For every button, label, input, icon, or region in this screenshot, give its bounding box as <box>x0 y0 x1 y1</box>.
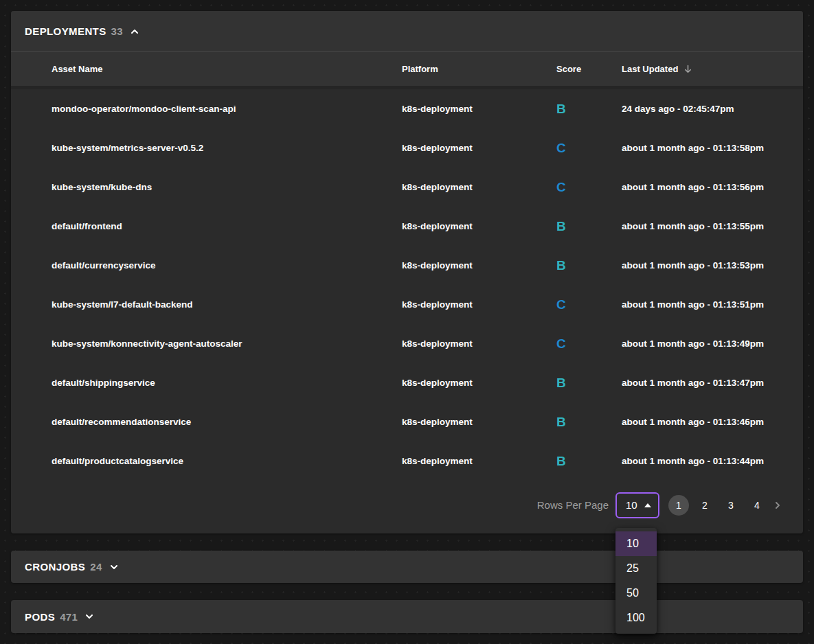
cronjobs-accordion-header[interactable]: CRONJOBS 24 <box>11 551 803 583</box>
cell-platform: k8s-deployment <box>402 378 556 388</box>
cell-asset-name: kube-system/kube-dns <box>11 182 402 192</box>
rows-per-page-option-25[interactable]: 25 <box>615 556 657 581</box>
score-grade-badge: B <box>556 415 566 429</box>
page: DEPLOYMENTS 33 Asset Name Platform Score… <box>0 0 814 644</box>
table-row[interactable]: default/recommendationservicek8s-deploym… <box>11 402 803 441</box>
column-header-asset-name[interactable]: Asset Name <box>11 64 402 74</box>
cell-score: B <box>556 102 622 117</box>
cell-platform: k8s-deployment <box>402 299 556 310</box>
rows-per-page-menu: 102550100 <box>615 528 657 634</box>
deployments-count: 33 <box>111 25 124 37</box>
table-row[interactable]: kube-system/kube-dnsk8s-deploymentCabout… <box>11 168 803 207</box>
cell-asset-name: default/shippingservice <box>11 378 402 388</box>
cell-score: B <box>556 415 622 430</box>
cell-score: B <box>556 376 622 391</box>
rows-per-page-value: 10 <box>626 499 637 511</box>
cell-score: B <box>556 454 622 469</box>
table-body: mondoo-operator/mondoo-client-scan-apik8… <box>11 89 803 481</box>
pods-accordion-header[interactable]: PODS 471 <box>11 600 803 633</box>
cell-last-updated: about 1 month ago - 01:13:44pm <box>622 456 803 466</box>
table-row[interactable]: mondoo-operator/mondoo-client-scan-apik8… <box>11 89 803 128</box>
cell-last-updated: about 1 month ago - 01:13:47pm <box>622 378 803 388</box>
cell-platform: k8s-deployment <box>402 417 556 427</box>
score-grade-badge: C <box>556 141 566 155</box>
table-row[interactable]: default/shippingservicek8s-deploymentBab… <box>11 363 803 402</box>
rows-per-page-label: Rows Per Page <box>537 499 609 511</box>
cronjobs-title: CRONJOBS <box>25 561 85 573</box>
score-grade-badge: C <box>556 336 566 351</box>
table-row[interactable]: kube-system/l7-default-backendk8s-deploy… <box>11 285 803 324</box>
table-header-row: Asset Name Platform Score Last Updated <box>11 52 803 89</box>
page-buttons: 1234 <box>668 495 767 516</box>
rows-per-page-option-100[interactable]: 100 <box>615 606 657 630</box>
cell-last-updated: about 1 month ago - 01:13:51pm <box>622 299 803 310</box>
table-row[interactable]: kube-system/metrics-server-v0.5.2k8s-dep… <box>11 128 803 168</box>
table-row[interactable]: kube-system/konnectivity-agent-autoscale… <box>11 324 803 363</box>
rows-per-page-option-50[interactable]: 50 <box>615 581 657 606</box>
cell-last-updated: about 1 month ago - 01:13:46pm <box>622 417 803 427</box>
cell-last-updated: 24 days ago - 02:45:47pm <box>622 104 803 114</box>
page-button-1[interactable]: 1 <box>668 495 689 516</box>
table-row[interactable]: default/currencyservicek8s-deploymentBab… <box>11 246 803 285</box>
chevron-down-icon <box>109 562 120 573</box>
pods-count: 471 <box>60 611 78 623</box>
sort-descending-icon <box>683 64 693 74</box>
column-header-score[interactable]: Score <box>556 64 622 74</box>
score-grade-badge: C <box>556 297 566 312</box>
score-grade-badge: B <box>556 454 566 468</box>
column-header-last-updated-label: Last Updated <box>622 64 678 74</box>
select-open-triangle-icon <box>644 503 651 507</box>
cell-asset-name: kube-system/metrics-server-v0.5.2 <box>11 143 402 153</box>
cell-last-updated: about 1 month ago - 01:13:56pm <box>622 182 803 192</box>
cell-asset-name: mondoo-operator/mondoo-client-scan-api <box>11 104 402 114</box>
page-button-3[interactable]: 3 <box>721 495 741 516</box>
score-grade-badge: B <box>556 219 566 233</box>
cell-last-updated: about 1 month ago - 01:13:55pm <box>622 221 803 231</box>
cell-score: C <box>556 180 622 195</box>
cell-score: B <box>556 258 622 273</box>
deployments-section: DEPLOYMENTS 33 Asset Name Platform Score… <box>11 11 803 533</box>
cell-last-updated: about 1 month ago - 01:13:53pm <box>622 260 803 271</box>
page-button-4[interactable]: 4 <box>747 495 767 516</box>
cell-score: C <box>556 141 622 156</box>
cell-score: C <box>556 336 622 352</box>
score-grade-badge: B <box>556 258 566 273</box>
table-row[interactable]: default/frontendk8s-deploymentBabout 1 m… <box>11 207 803 246</box>
cell-score: C <box>556 297 622 312</box>
cell-platform: k8s-deployment <box>402 104 556 114</box>
cell-asset-name: default/currencyservice <box>11 260 402 271</box>
cell-platform: k8s-deployment <box>402 221 556 231</box>
rows-per-page-select[interactable]: 10 <box>615 492 659 518</box>
page-button-2[interactable]: 2 <box>694 495 715 516</box>
cell-last-updated: about 1 month ago - 01:13:58pm <box>622 143 803 153</box>
cell-platform: k8s-deployment <box>402 456 556 466</box>
cell-last-updated: about 1 month ago - 01:13:49pm <box>622 338 803 349</box>
table-row[interactable]: default/productcatalogservicek8s-deploym… <box>11 441 803 481</box>
deployments-accordion-header[interactable]: DEPLOYMENTS 33 <box>11 11 803 52</box>
column-header-last-updated[interactable]: Last Updated <box>622 64 803 74</box>
cronjobs-count: 24 <box>90 561 102 573</box>
score-grade-badge: B <box>556 376 566 390</box>
next-page-button[interactable] <box>767 495 788 516</box>
cell-asset-name: kube-system/konnectivity-agent-autoscale… <box>11 338 402 349</box>
chevron-up-icon <box>129 26 140 37</box>
cell-asset-name: kube-system/l7-default-backend <box>11 299 402 310</box>
score-grade-badge: B <box>556 102 566 116</box>
deployments-title: DEPLOYMENTS <box>25 25 106 37</box>
chevron-down-icon <box>84 611 95 622</box>
cell-asset-name: default/recommendationservice <box>11 417 402 427</box>
cell-score: B <box>556 219 622 234</box>
score-grade-badge: C <box>556 180 566 194</box>
cell-platform: k8s-deployment <box>402 143 556 153</box>
pagination-bar: Rows Per Page 10 1234 <box>11 481 803 529</box>
cell-platform: k8s-deployment <box>402 182 556 192</box>
cell-platform: k8s-deployment <box>402 338 556 349</box>
rows-per-page-option-10[interactable]: 10 <box>615 531 657 556</box>
cell-asset-name: default/productcatalogservice <box>11 456 402 466</box>
cell-asset-name: default/frontend <box>11 221 402 231</box>
pods-title: PODS <box>25 611 55 623</box>
column-header-platform[interactable]: Platform <box>402 64 556 74</box>
cell-platform: k8s-deployment <box>402 260 556 271</box>
